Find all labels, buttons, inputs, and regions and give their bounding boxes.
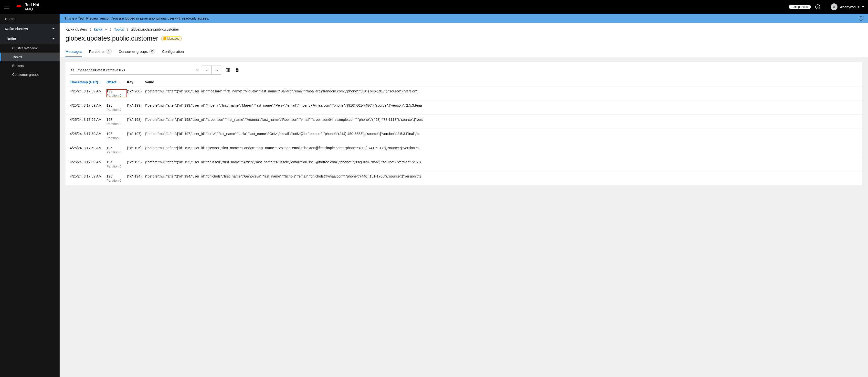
sort-desc-icon: ↓ [100,80,102,84]
brand[interactable]: Red Hat AMQ [16,3,39,11]
col-header-timestamp[interactable]: Timestamp (UTC)↓ [70,80,106,84]
cell-key: {"id":200} [127,89,145,93]
info-icon[interactable]: i [859,16,863,21]
chevron-right-icon: ❯ [126,28,128,31]
table-row[interactable]: 4/25/24, 3:17:59 AM195Partition 0{"id":1… [65,143,862,157]
tab-label: Consumer groups [119,49,148,54]
cell-value: {"before":null,"after":{"id":196,"user_i… [145,146,858,150]
cell-timestamp: 4/25/24, 3:17:59 AM [70,174,106,178]
columns-icon[interactable] [225,67,230,73]
sidebar-item-brokers[interactable]: Brokers [0,61,60,70]
clear-icon[interactable]: ✕ [194,67,201,73]
search-box[interactable]: ✕ [70,65,202,75]
cell-key: {"id":197} [127,132,145,136]
cell-value: {"before":null,"after":{"id":198,"user_i… [145,118,858,121]
brand-subtitle: AMQ [24,7,39,11]
cell-timestamp: 4/25/24, 3:17:59 AM [70,104,106,107]
brand-title: Red Hat [24,3,39,7]
messages-table: Timestamp (UTC)↓ Offset↓ Key Value [65,78,862,185]
sidebar-item-home[interactable]: Home [0,14,60,24]
chevron-right-icon: ❯ [89,28,92,31]
user-menu[interactable]: Anonymous [831,3,864,10]
cell-timestamp: 4/25/24, 3:17:59 AM [70,146,106,150]
cell-partition: Partition 0 [106,122,127,126]
sidebar-item-topics[interactable]: Topics [0,53,60,61]
tab-count: 1 [106,49,112,54]
caret-down-icon[interactable] [105,29,107,30]
sidebar: Home Kafka clusters kafka Cluster overvi… [0,14,60,377]
cell-value: {"before":null,"after":{"id":194,"user_i… [145,174,858,178]
page-title: globex.updates.public.customer [65,35,158,42]
caret-down-icon [862,6,864,7]
avatar-icon [831,3,837,10]
table-row[interactable]: 4/25/24, 3:17:59 AM197Partition 0{"id":1… [65,115,862,129]
cell-offset: 199Partition 0 [106,89,127,97]
tech-preview-chip: Tech preview [789,5,811,9]
tab-consumer-groups[interactable]: Consumer groups0 [119,47,155,57]
tabs: MessagesPartitions1Consumer groups0Confi… [65,47,862,57]
cell-offset: 195Partition 0 [106,146,127,154]
help-icon[interactable]: ? [815,4,820,9]
breadcrumb-section[interactable]: Topics [114,27,124,31]
col-header-offset[interactable]: Offset↓ [106,80,127,84]
svg-point-1 [71,69,73,71]
sidebar-item-cluster[interactable]: kafka [0,34,60,44]
svg-rect-3 [226,68,230,71]
tab-partitions[interactable]: Partitions1 [89,47,112,57]
sidebar-item-kafka-clusters[interactable]: Kafka clusters [0,24,60,34]
tab-configuration[interactable]: Configuration [162,47,184,57]
cell-offset: 197Partition 0 [106,118,127,126]
cell-value: {"before":null,"after":{"id":200,"user_i… [145,89,858,93]
cell-partition: Partition 0 [106,108,127,112]
redhat-logo-icon [16,4,22,9]
svg-point-0 [833,6,835,7]
chevron-down-icon [52,28,55,29]
table-row[interactable]: 4/25/24, 3:17:59 AM198Partition 0{"id":1… [65,100,862,115]
cell-value: {"before":null,"after":{"id":199,"user_i… [145,104,858,107]
sidebar-item-consumer-groups[interactable]: Consumer groups [0,70,60,79]
sidebar-item-cluster-overview[interactable]: Cluster overview [0,44,60,53]
cell-partition: Partition 0 [106,136,127,140]
filter-dropdown-button[interactable] [202,65,212,75]
submit-search-button[interactable]: → [212,65,221,75]
main-content: This is a Tech Preview version. You are … [60,14,868,377]
breadcrumb-root[interactable]: Kafka clusters [65,27,87,31]
sidebar-item-label: Kafka clusters [5,27,28,31]
arrow-right-icon: → [214,68,219,73]
col-header-value[interactable]: Value [145,80,858,84]
breadcrumb: Kafka clusters ❯ kafka ❯ Topics ❯ globex… [65,26,862,35]
search-input[interactable] [76,67,194,73]
cell-offset: 193Partition 0 [106,174,127,182]
cell-offset: 198Partition 0 [106,104,127,112]
table-row[interactable]: 4/25/24, 3:17:59 AM199Partition 0{"id":2… [65,86,862,100]
chevron-down-icon [52,38,55,39]
tab-label: Configuration [162,49,184,54]
sidebar-item-label: kafka [7,37,16,41]
cell-key: {"id":195} [127,160,145,164]
cell-partition: Partition 0 [106,165,127,168]
cell-timestamp: 4/25/24, 3:17:59 AM [70,118,106,121]
tab-label: Partitions [89,49,104,54]
search-icon [71,68,75,72]
cell-timestamp: 4/25/24, 3:17:59 AM [70,132,106,136]
cell-timestamp: 4/25/24, 3:17:59 AM [70,89,106,93]
svg-line-2 [73,71,74,71]
export-icon[interactable] [235,67,240,73]
cell-key: {"id":194} [127,174,145,178]
sidebar-item-label: Home [5,17,14,21]
table-row[interactable]: 4/25/24, 3:17:59 AM194Partition 0{"id":1… [65,157,862,171]
table-row[interactable]: 4/25/24, 3:17:59 AM196Partition 0{"id":1… [65,129,862,143]
table-row[interactable]: 4/25/24, 3:17:59 AM193Partition 0{"id":1… [65,171,862,185]
menu-toggle-button[interactable] [4,4,10,10]
breadcrumb-cluster[interactable]: kafka [94,27,102,31]
cell-value: {"before":null,"after":{"id":197,"user_i… [145,132,858,136]
cell-offset: 194Partition 0 [106,160,127,168]
banner-text: This is a Tech Preview version. You are … [64,17,209,20]
chevron-right-icon: ❯ [110,28,112,31]
col-header-key[interactable]: Key [127,80,145,84]
tab-messages[interactable]: Messages [65,47,82,57]
toolbar: ✕ → [65,62,862,78]
cell-key: {"id":196} [127,146,145,150]
tab-count: 0 [149,49,155,54]
cell-partition: Partition 0 [106,179,127,182]
